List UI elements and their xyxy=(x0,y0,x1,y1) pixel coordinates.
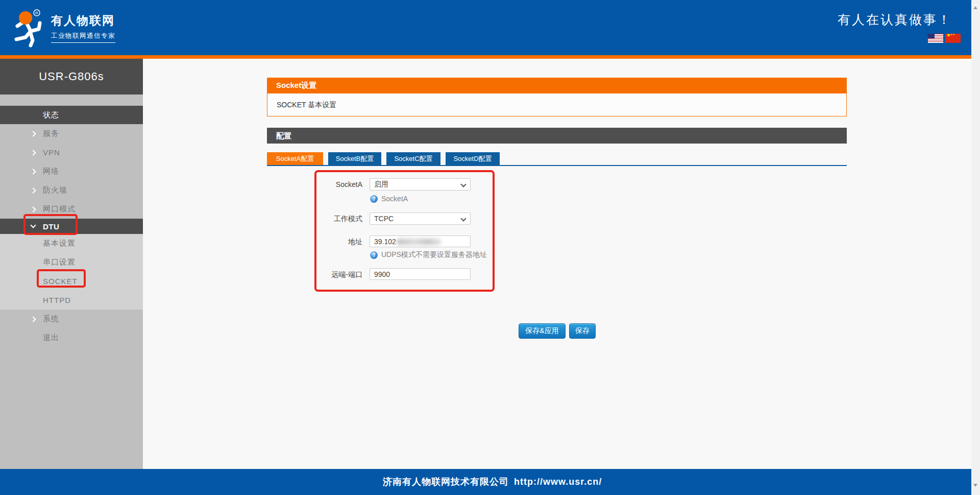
header-slogan: 有人在认真做事！ xyxy=(838,11,961,28)
brand-tagline: 工业物联网通信专家 xyxy=(51,32,115,43)
sidebar-gap xyxy=(0,95,143,106)
chevron-down-icon xyxy=(30,222,36,228)
config-section-title: 配置 xyxy=(267,128,847,144)
sidebar-item-vpn[interactable]: VPN xyxy=(0,143,143,162)
socket-enable-select[interactable]: 启用 xyxy=(370,178,471,191)
address-note: ? UDPS模式不需要设置服务器地址 xyxy=(370,250,487,260)
footer-company: 济南有人物联网技术有限公司 xyxy=(383,469,509,495)
tab-socket-d[interactable]: SocketD配置 xyxy=(446,152,500,165)
socket-tabs: SocketA配置 SocketB配置 SocketC配置 SocketD配置 xyxy=(267,152,505,165)
socket-enable-label: SocketA xyxy=(286,178,362,191)
chevron-right-icon xyxy=(30,187,36,193)
remote-port-label: 远端-端口 xyxy=(286,268,362,280)
sidebar-item-port-mode[interactable]: 网口模式 xyxy=(0,200,143,219)
header-accent-strip xyxy=(0,55,980,59)
select-arrow-icon xyxy=(460,181,466,187)
page-title-bar: Socket设置 xyxy=(267,78,847,93)
save-apply-button[interactable]: 保存&应用 xyxy=(519,323,566,339)
config-section-bar: 配置 xyxy=(267,128,847,144)
sidebar-item-logout[interactable]: 退出 xyxy=(0,328,143,347)
page-subtitle-panel: SOCKET 基本设置 xyxy=(267,93,847,116)
remote-port-input[interactable]: 9900 xyxy=(370,268,471,280)
address-input[interactable]: 39.102 xyxy=(370,235,471,247)
us-flag-icon[interactable] xyxy=(928,34,943,43)
footer-url[interactable]: http://www.usr.cn/ xyxy=(514,469,602,495)
tabs-underline xyxy=(267,165,847,166)
sidebar-item-socket[interactable]: SOCKET xyxy=(0,272,143,291)
chevron-right-icon xyxy=(30,131,36,136)
sidebar-item-system[interactable]: 系统 xyxy=(0,310,143,328)
work-mode-select[interactable]: TCPC xyxy=(370,213,471,225)
sidebar-item-services[interactable]: 服务 xyxy=(0,124,143,143)
dtu-submenu: 基本设置 串口设置 SOCKET HTTPD xyxy=(0,234,143,310)
brand-text: 有人物联网 工业物联网通信专家 xyxy=(51,13,115,43)
svg-text:R: R xyxy=(35,11,38,15)
sidebar-item-httpd[interactable]: HTTPD xyxy=(0,291,143,310)
language-switch: ★ ★★ xyxy=(838,34,961,43)
chevron-right-icon xyxy=(30,150,36,155)
brand-logo[interactable]: R 有人物联网 工业物联网通信专家 xyxy=(10,5,143,51)
sidebar-item-network[interactable]: 网络 xyxy=(0,162,143,181)
redacted-blur xyxy=(397,239,442,245)
tab-socket-b[interactable]: SocketB配置 xyxy=(328,152,381,165)
socket-enable-note: ? SocketA xyxy=(370,195,408,203)
footer: 济南有人物联网技术有限公司 http://www.usr.cn/ xyxy=(0,469,971,495)
cn-flag-icon[interactable]: ★ ★★ xyxy=(945,34,961,43)
page-scrollbar[interactable] xyxy=(971,0,980,495)
sidebar-item-status[interactable]: 状态 xyxy=(0,106,143,124)
brand-name: 有人物联网 xyxy=(51,13,115,28)
tab-socket-c[interactable]: SocketC配置 xyxy=(386,152,440,165)
sidebar: USR-G806s 状态 服务 VPN 网络 防火墙 网口模式 DTU 基本设置… xyxy=(0,59,143,469)
help-icon: ? xyxy=(370,251,378,259)
scroll-up-icon[interactable] xyxy=(973,6,977,9)
tab-socket-a[interactable]: SocketA配置 xyxy=(267,152,323,165)
sidebar-item-firewall[interactable]: 防火墙 xyxy=(0,181,143,200)
app-header: R 有人物联网 工业物联网通信专家 有人在认真做事！ ★ ★★ xyxy=(0,0,980,55)
sidebar-item-basic-settings[interactable]: 基本设置 xyxy=(0,234,143,253)
page-subtitle: SOCKET 基本设置 xyxy=(267,93,846,116)
device-model-title: USR-G806s xyxy=(0,59,143,95)
address-label: 地址 xyxy=(286,235,362,248)
header-right: 有人在认真做事！ ★ ★★ xyxy=(838,11,961,43)
sidebar-item-serial-settings[interactable]: 串口设置 xyxy=(0,253,143,272)
sidebar-item-dtu[interactable]: DTU xyxy=(0,219,143,234)
work-mode-label: 工作模式 xyxy=(286,213,362,225)
help-icon: ? xyxy=(370,195,378,203)
chevron-right-icon xyxy=(30,206,36,212)
save-button[interactable]: 保存 xyxy=(569,323,596,339)
scroll-down-icon[interactable] xyxy=(973,484,977,487)
chevron-right-icon xyxy=(30,169,36,174)
page-title: Socket设置 xyxy=(267,78,847,93)
select-arrow-icon xyxy=(460,216,466,221)
chevron-right-icon xyxy=(30,316,36,322)
runner-logo-icon: R xyxy=(10,9,45,48)
